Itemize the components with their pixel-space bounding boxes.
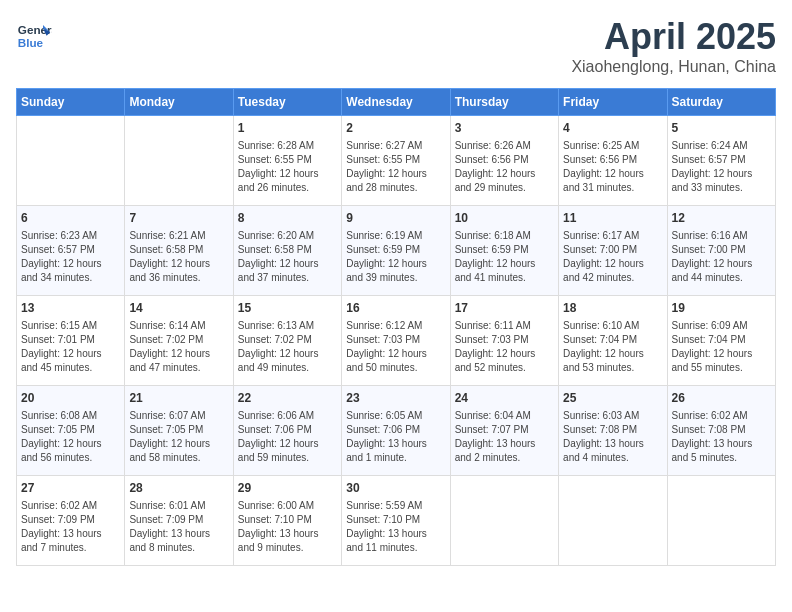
day-info: Sunrise: 6:08 AM Sunset: 7:05 PM Dayligh… (21, 409, 120, 465)
day-number: 11 (563, 210, 662, 227)
day-number: 14 (129, 300, 228, 317)
calendar-cell: 25Sunrise: 6:03 AM Sunset: 7:08 PM Dayli… (559, 386, 667, 476)
week-row-5: 27Sunrise: 6:02 AM Sunset: 7:09 PM Dayli… (17, 476, 776, 566)
day-info: Sunrise: 6:10 AM Sunset: 7:04 PM Dayligh… (563, 319, 662, 375)
week-row-1: 1Sunrise: 6:28 AM Sunset: 6:55 PM Daylig… (17, 116, 776, 206)
day-number: 29 (238, 480, 337, 497)
day-info: Sunrise: 6:02 AM Sunset: 7:09 PM Dayligh… (21, 499, 120, 555)
day-info: Sunrise: 6:24 AM Sunset: 6:57 PM Dayligh… (672, 139, 771, 195)
day-info: Sunrise: 6:05 AM Sunset: 7:06 PM Dayligh… (346, 409, 445, 465)
day-info: Sunrise: 6:26 AM Sunset: 6:56 PM Dayligh… (455, 139, 554, 195)
day-number: 28 (129, 480, 228, 497)
day-info: Sunrise: 6:13 AM Sunset: 7:02 PM Dayligh… (238, 319, 337, 375)
calendar-cell: 2Sunrise: 6:27 AM Sunset: 6:55 PM Daylig… (342, 116, 450, 206)
day-number: 10 (455, 210, 554, 227)
day-info: Sunrise: 5:59 AM Sunset: 7:10 PM Dayligh… (346, 499, 445, 555)
location: Xiaohenglong, Hunan, China (571, 58, 776, 76)
calendar-cell (667, 476, 775, 566)
calendar-cell: 19Sunrise: 6:09 AM Sunset: 7:04 PM Dayli… (667, 296, 775, 386)
calendar-cell: 15Sunrise: 6:13 AM Sunset: 7:02 PM Dayli… (233, 296, 341, 386)
calendar-cell (559, 476, 667, 566)
day-number: 12 (672, 210, 771, 227)
day-info: Sunrise: 6:07 AM Sunset: 7:05 PM Dayligh… (129, 409, 228, 465)
calendar-cell (125, 116, 233, 206)
day-number: 2 (346, 120, 445, 137)
day-info: Sunrise: 6:06 AM Sunset: 7:06 PM Dayligh… (238, 409, 337, 465)
day-info: Sunrise: 6:25 AM Sunset: 6:56 PM Dayligh… (563, 139, 662, 195)
day-info: Sunrise: 6:17 AM Sunset: 7:00 PM Dayligh… (563, 229, 662, 285)
weekday-header-tuesday: Tuesday (233, 89, 341, 116)
calendar-cell: 1Sunrise: 6:28 AM Sunset: 6:55 PM Daylig… (233, 116, 341, 206)
calendar-cell: 23Sunrise: 6:05 AM Sunset: 7:06 PM Dayli… (342, 386, 450, 476)
calendar-cell: 10Sunrise: 6:18 AM Sunset: 6:59 PM Dayli… (450, 206, 558, 296)
day-info: Sunrise: 6:02 AM Sunset: 7:08 PM Dayligh… (672, 409, 771, 465)
day-info: Sunrise: 6:11 AM Sunset: 7:03 PM Dayligh… (455, 319, 554, 375)
day-info: Sunrise: 6:23 AM Sunset: 6:57 PM Dayligh… (21, 229, 120, 285)
day-number: 19 (672, 300, 771, 317)
day-number: 26 (672, 390, 771, 407)
weekday-header-row: SundayMondayTuesdayWednesdayThursdayFrid… (17, 89, 776, 116)
logo: General Blue (16, 16, 52, 52)
calendar-cell: 22Sunrise: 6:06 AM Sunset: 7:06 PM Dayli… (233, 386, 341, 476)
title-block: April 2025 Xiaohenglong, Hunan, China (571, 16, 776, 76)
calendar-cell (17, 116, 125, 206)
day-number: 18 (563, 300, 662, 317)
week-row-4: 20Sunrise: 6:08 AM Sunset: 7:05 PM Dayli… (17, 386, 776, 476)
day-number: 7 (129, 210, 228, 227)
weekday-header-saturday: Saturday (667, 89, 775, 116)
day-number: 24 (455, 390, 554, 407)
calendar-cell: 3Sunrise: 6:26 AM Sunset: 6:56 PM Daylig… (450, 116, 558, 206)
calendar-cell: 27Sunrise: 6:02 AM Sunset: 7:09 PM Dayli… (17, 476, 125, 566)
calendar-cell: 17Sunrise: 6:11 AM Sunset: 7:03 PM Dayli… (450, 296, 558, 386)
calendar-cell: 26Sunrise: 6:02 AM Sunset: 7:08 PM Dayli… (667, 386, 775, 476)
day-number: 25 (563, 390, 662, 407)
weekday-header-wednesday: Wednesday (342, 89, 450, 116)
day-number: 4 (563, 120, 662, 137)
logo-icon: General Blue (16, 16, 52, 52)
day-number: 30 (346, 480, 445, 497)
day-number: 20 (21, 390, 120, 407)
calendar-cell: 6Sunrise: 6:23 AM Sunset: 6:57 PM Daylig… (17, 206, 125, 296)
day-info: Sunrise: 6:20 AM Sunset: 6:58 PM Dayligh… (238, 229, 337, 285)
day-number: 17 (455, 300, 554, 317)
weekday-header-monday: Monday (125, 89, 233, 116)
day-info: Sunrise: 6:03 AM Sunset: 7:08 PM Dayligh… (563, 409, 662, 465)
day-info: Sunrise: 6:27 AM Sunset: 6:55 PM Dayligh… (346, 139, 445, 195)
day-number: 5 (672, 120, 771, 137)
calendar-cell: 18Sunrise: 6:10 AM Sunset: 7:04 PM Dayli… (559, 296, 667, 386)
calendar-cell: 28Sunrise: 6:01 AM Sunset: 7:09 PM Dayli… (125, 476, 233, 566)
calendar-cell: 7Sunrise: 6:21 AM Sunset: 6:58 PM Daylig… (125, 206, 233, 296)
calendar-cell: 20Sunrise: 6:08 AM Sunset: 7:05 PM Dayli… (17, 386, 125, 476)
month-title: April 2025 (571, 16, 776, 58)
calendar-cell: 13Sunrise: 6:15 AM Sunset: 7:01 PM Dayli… (17, 296, 125, 386)
weekday-header-sunday: Sunday (17, 89, 125, 116)
day-number: 13 (21, 300, 120, 317)
weekday-header-friday: Friday (559, 89, 667, 116)
weekday-header-thursday: Thursday (450, 89, 558, 116)
day-number: 22 (238, 390, 337, 407)
calendar-cell: 4Sunrise: 6:25 AM Sunset: 6:56 PM Daylig… (559, 116, 667, 206)
calendar-cell: 16Sunrise: 6:12 AM Sunset: 7:03 PM Dayli… (342, 296, 450, 386)
page-header: General Blue April 2025 Xiaohenglong, Hu… (16, 16, 776, 76)
day-info: Sunrise: 6:21 AM Sunset: 6:58 PM Dayligh… (129, 229, 228, 285)
day-number: 15 (238, 300, 337, 317)
day-number: 9 (346, 210, 445, 227)
day-number: 3 (455, 120, 554, 137)
day-number: 8 (238, 210, 337, 227)
day-info: Sunrise: 6:12 AM Sunset: 7:03 PM Dayligh… (346, 319, 445, 375)
day-info: Sunrise: 6:00 AM Sunset: 7:10 PM Dayligh… (238, 499, 337, 555)
day-number: 16 (346, 300, 445, 317)
day-info: Sunrise: 6:01 AM Sunset: 7:09 PM Dayligh… (129, 499, 228, 555)
day-info: Sunrise: 6:18 AM Sunset: 6:59 PM Dayligh… (455, 229, 554, 285)
day-info: Sunrise: 6:19 AM Sunset: 6:59 PM Dayligh… (346, 229, 445, 285)
day-info: Sunrise: 6:16 AM Sunset: 7:00 PM Dayligh… (672, 229, 771, 285)
day-info: Sunrise: 6:04 AM Sunset: 7:07 PM Dayligh… (455, 409, 554, 465)
calendar-cell: 11Sunrise: 6:17 AM Sunset: 7:00 PM Dayli… (559, 206, 667, 296)
day-info: Sunrise: 6:15 AM Sunset: 7:01 PM Dayligh… (21, 319, 120, 375)
day-number: 6 (21, 210, 120, 227)
calendar-cell: 14Sunrise: 6:14 AM Sunset: 7:02 PM Dayli… (125, 296, 233, 386)
calendar-cell: 30Sunrise: 5:59 AM Sunset: 7:10 PM Dayli… (342, 476, 450, 566)
calendar-cell: 9Sunrise: 6:19 AM Sunset: 6:59 PM Daylig… (342, 206, 450, 296)
calendar-cell: 5Sunrise: 6:24 AM Sunset: 6:57 PM Daylig… (667, 116, 775, 206)
day-info: Sunrise: 6:14 AM Sunset: 7:02 PM Dayligh… (129, 319, 228, 375)
